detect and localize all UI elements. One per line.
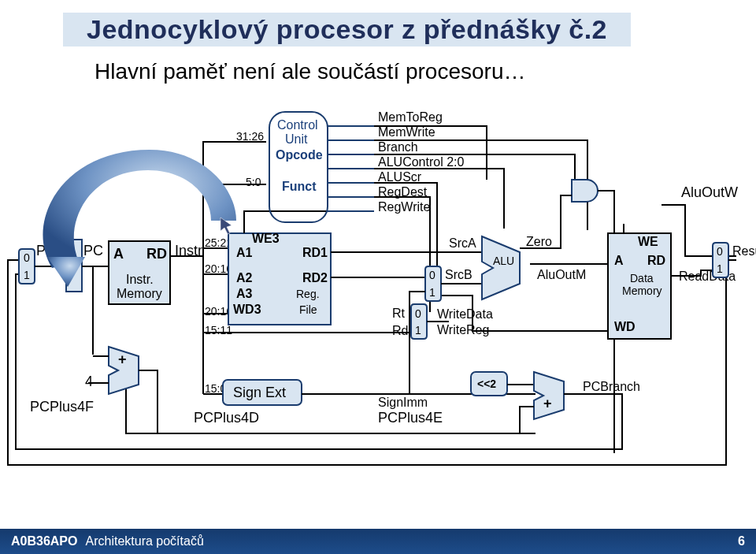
label-pc: PC bbox=[83, 243, 103, 258]
svg-text:0: 0 bbox=[24, 251, 30, 264]
svg-text:0: 0 bbox=[415, 307, 421, 320]
svg-text:+: + bbox=[118, 351, 127, 367]
svg-text:Memory: Memory bbox=[622, 284, 662, 297]
page-subtitle: Hlavní paměť není ale součástí procesoru… bbox=[94, 59, 525, 84]
svg-text:A1: A1 bbox=[236, 246, 253, 259]
data-memory: WE A RD Data Memory WD bbox=[608, 224, 671, 339]
label-pcplus4f: PCPlus4F bbox=[30, 399, 94, 415]
svg-text:WD3: WD3 bbox=[233, 303, 261, 316]
label-ALUControl: ALUControl 2:0 bbox=[378, 155, 464, 169]
svg-text:ALU: ALU bbox=[493, 255, 514, 267]
svg-text:WE3: WE3 bbox=[252, 232, 280, 245]
svg-text:RD: RD bbox=[647, 254, 665, 267]
svg-text:A2: A2 bbox=[236, 271, 253, 284]
label-signimm: SignImm bbox=[378, 396, 428, 409]
svg-text:RD1: RD1 bbox=[302, 246, 328, 259]
svg-text:Opcode: Opcode bbox=[276, 148, 323, 162]
svg-text:Memory: Memory bbox=[117, 287, 162, 300]
control-unit: Control Unit Opcode Funct bbox=[269, 112, 328, 222]
svg-text:WD: WD bbox=[614, 320, 636, 333]
svg-text:0: 0 bbox=[429, 269, 435, 281]
svg-text:A3: A3 bbox=[236, 287, 253, 300]
svg-text:RD2: RD2 bbox=[302, 271, 328, 284]
label-const4: 4 bbox=[85, 374, 93, 389]
page-footer: A0B36APO Architektura počítačů 6 bbox=[0, 529, 756, 554]
svg-text:+: + bbox=[543, 396, 552, 411]
srcb-mux: 0 1 bbox=[425, 266, 441, 301]
svg-text:1: 1 bbox=[717, 262, 723, 275]
label-bits-50: 5:0 bbox=[246, 176, 261, 188]
label-result: Result bbox=[732, 244, 756, 258]
instr-memory: A RD Instr. Memory bbox=[109, 241, 170, 304]
svg-text:Funct: Funct bbox=[282, 180, 317, 193]
svg-text:Control: Control bbox=[277, 118, 318, 132]
svg-text:1: 1 bbox=[415, 324, 421, 336]
label-bits-3126: 31:26 bbox=[236, 130, 264, 143]
and-gate bbox=[572, 180, 598, 202]
shift-left-2: <<2 bbox=[471, 372, 507, 396]
alu: ALU bbox=[482, 236, 520, 299]
result-mux: 0 1 bbox=[713, 243, 728, 277]
register-file: WE3 A1 RD1 A2 RD2 A3 Reg. WD3 File bbox=[228, 224, 331, 325]
label-RegDest: RegDest bbox=[378, 185, 428, 199]
label-bits-1511: 15:11 bbox=[205, 324, 232, 336]
label-ALUSrc: ALUScr bbox=[378, 170, 422, 184]
label-pcbranch: PCBranch bbox=[583, 380, 640, 393]
label-pcplus4d: PCPlus4D bbox=[194, 410, 259, 426]
svg-text:A: A bbox=[113, 246, 124, 262]
footer-name: Architektura počítačů bbox=[85, 534, 203, 548]
svg-text:1: 1 bbox=[24, 269, 30, 281]
sign-ext: Sign Ext bbox=[223, 380, 302, 405]
svg-text:Instr.: Instr. bbox=[126, 273, 154, 286]
label-srcA: SrcA bbox=[449, 236, 476, 250]
cpu-datapath-diagram: 0 1 PC' PC A RD Instr. Memory Instr 31:2… bbox=[0, 95, 756, 520]
svg-text:Data: Data bbox=[630, 272, 654, 284]
label-rt: Rt bbox=[392, 307, 406, 320]
svg-text:0: 0 bbox=[717, 245, 723, 258]
pcbranch-adder: + bbox=[534, 372, 564, 419]
svg-text:Sign Ext: Sign Ext bbox=[233, 385, 286, 400]
svg-text:<<2: <<2 bbox=[477, 377, 496, 390]
label-srcB: SrcB bbox=[445, 268, 472, 281]
label-writedata: WriteData bbox=[437, 307, 493, 321]
svg-text:A: A bbox=[614, 254, 624, 267]
label-zero: Zero bbox=[526, 235, 552, 248]
svg-text:File: File bbox=[299, 303, 317, 316]
pcplus4-adder: + bbox=[109, 347, 139, 394]
footer-code: A0B36APO bbox=[11, 534, 77, 548]
label-RegWrite: RegWrite bbox=[378, 200, 430, 214]
pc-mux: 0 1 bbox=[19, 249, 35, 284]
svg-text:WE: WE bbox=[638, 235, 658, 248]
label-pcplus4e: PCPlus4E bbox=[378, 410, 443, 426]
svg-text:Reg.: Reg. bbox=[296, 288, 320, 300]
svg-text:RD: RD bbox=[146, 246, 167, 262]
label-aluoutw: AluOutW bbox=[681, 184, 738, 200]
label-rd: Rd bbox=[392, 324, 408, 337]
footer-page: 6 bbox=[738, 534, 745, 548]
svg-text:1: 1 bbox=[429, 286, 435, 299]
label-writereg: WriteReg bbox=[437, 323, 489, 336]
svg-text:Unit: Unit bbox=[285, 132, 308, 146]
label-memWrite: MemWrite bbox=[378, 125, 435, 139]
label-memToReg: MemToReg bbox=[378, 110, 443, 124]
label-branch: Branch bbox=[378, 140, 418, 154]
writereg-mux: 0 1 bbox=[411, 304, 427, 339]
label-aluoutm: AluOutM bbox=[537, 268, 586, 281]
page-title: Jednocyklový procesor z přednášky č.2 bbox=[63, 13, 631, 46]
